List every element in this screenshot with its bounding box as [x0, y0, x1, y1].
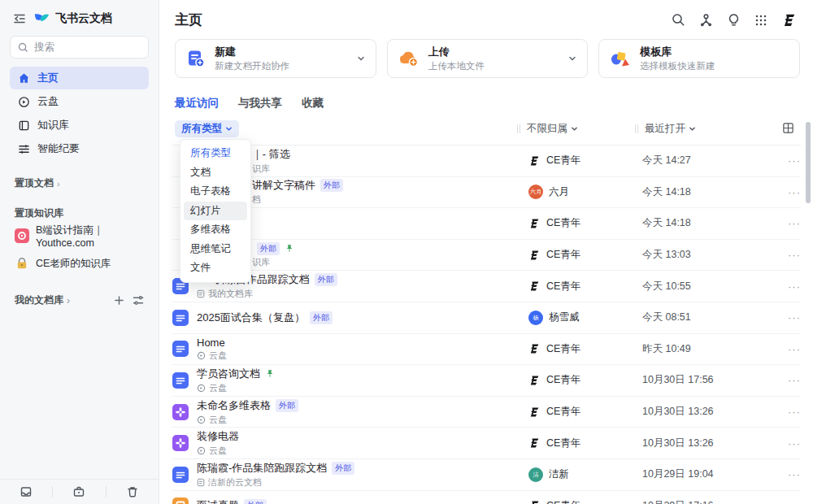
owner-name: CE青年	[546, 216, 580, 230]
table-row[interactable]: 陈瑞霞-作品集陪跑跟踪文档外部洁新的云文档洁洁新10月29日 19:04···	[172, 459, 801, 491]
table-row[interactable]: ｜- 筛选识库CE青年今天 14:27···	[172, 146, 801, 177]
vertical-scrollbar[interactable]	[806, 122, 811, 203]
offline-files-button[interactable]	[0, 485, 52, 498]
file-title-line: ｜- 筛选	[252, 147, 528, 162]
share-invite-icon[interactable]	[699, 13, 713, 27]
sidebar-pinned-item[interactable]: B端设计指南｜Youthce.com	[10, 224, 149, 248]
table-row[interactable]: XX-训练营作品跟踪文档外部我的文档库CE青年今天 10:55···	[172, 271, 801, 302]
row-more-button[interactable]: ···	[778, 343, 801, 355]
my-library-label: 我的文档库	[15, 293, 63, 307]
drive-icon	[17, 95, 30, 108]
dropdown-item[interactable]: 文档	[184, 163, 247, 183]
row-more-button[interactable]: ···	[778, 217, 801, 229]
card-title: 模板库	[640, 45, 715, 59]
dropdown-item[interactable]: 幻灯片	[184, 202, 247, 221]
file-location: 洁新的云文档	[197, 476, 528, 489]
wiki-icon	[17, 119, 30, 132]
table-row[interactable]: 装修电器云盘CE青年10月30日 13:26···	[172, 428, 801, 459]
owner-avatar	[528, 437, 541, 449]
pin-icon	[265, 369, 275, 379]
row-more-button[interactable]: ···	[778, 186, 801, 198]
last-opened-time: 10月29日 17:16	[642, 499, 778, 504]
dropdown-item[interactable]: 电子表格	[184, 182, 247, 202]
drive-small-icon	[197, 446, 206, 455]
user-avatar[interactable]	[781, 13, 798, 28]
row-more-button[interactable]: ···	[778, 311, 801, 324]
row-more-button[interactable]: ···	[778, 154, 801, 167]
templates-icon	[610, 49, 631, 68]
content-tabs: 最近访问与我共享收藏	[159, 78, 813, 111]
table-row[interactable]: 未命名多维表格外部云盘CE青年10月30日 13:26···	[172, 397, 801, 428]
table-row[interactable]: 外部识库CE青年今天 13:03···	[172, 240, 801, 272]
card-subtitle: 选择模板快速新建	[640, 60, 715, 72]
table-row[interactable]: 面试真题外部CE青年10月29日 17:16···	[172, 491, 801, 504]
column-divider	[517, 124, 518, 133]
search-input[interactable]	[34, 41, 132, 53]
dropdown-item[interactable]: 文件	[184, 259, 247, 278]
app-logo: 飞书云文档	[33, 11, 112, 26]
file-title-line: 讲解文字稿件外部	[252, 178, 528, 193]
chevron-down-icon	[689, 125, 696, 133]
tab-收藏[interactable]: 收藏	[302, 96, 324, 111]
lightbulb-icon[interactable]	[727, 13, 741, 27]
owner-avatar	[528, 218, 541, 229]
table-row[interactable]: CE青年今天 14:18···	[172, 208, 801, 240]
row-more-button[interactable]: ···	[778, 374, 801, 386]
table-row[interactable]: Home云盘CE青年昨天 10:49···	[172, 334, 801, 366]
owner-filter-button[interactable]: 不限归属	[527, 122, 578, 136]
owner-cell: CE青年	[528, 216, 642, 230]
doc-icon	[172, 372, 189, 389]
owner-name: 六月	[549, 185, 569, 199]
grid-view-toggle-icon[interactable]	[782, 122, 794, 137]
file-title: 学员咨询文档	[197, 367, 260, 381]
filter-bar: 所有类型 不限归属 最近打开	[175, 120, 801, 138]
trash-button[interactable]	[107, 485, 159, 498]
dropdown-item[interactable]: 所有类型	[184, 144, 247, 163]
row-more-button[interactable]: ···	[778, 468, 801, 480]
column-divider	[635, 124, 636, 133]
sidebar-item-drive[interactable]: 云盘	[10, 90, 149, 113]
type-filter-button[interactable]: 所有类型	[175, 120, 239, 137]
row-more-button[interactable]: ···	[778, 406, 801, 418]
row-more-button[interactable]: ···	[778, 500, 801, 504]
sidebar-item-wiki[interactable]: 知识库	[10, 114, 149, 137]
card-upload[interactable]: 上传上传本地文件	[387, 39, 589, 78]
owner-cell: CE青年	[528, 405, 642, 419]
last-opened-time: 今天 14:18	[642, 185, 778, 199]
file-title-line: 2025面试合集（复盘）外部	[197, 311, 528, 325]
sidebar-item-home[interactable]: 主页	[10, 67, 149, 89]
guide-icon	[15, 228, 29, 243]
search-icon[interactable]	[672, 13, 685, 27]
pin-icon	[285, 244, 294, 254]
library-list-settings-icon[interactable]	[133, 295, 144, 306]
table-row[interactable]: 讲解文字稿件外部档六月六月今天 14:18···	[172, 177, 801, 209]
app-grid-icon[interactable]	[754, 14, 767, 27]
table-row[interactable]: 2025面试合集（复盘）外部杨杨雪威今天 08:51···	[172, 302, 801, 334]
dropdown-item[interactable]: 多维表格	[184, 220, 247, 240]
sidebar-pinned-item[interactable]: CE老师的知识库	[10, 251, 149, 276]
owner-name: CE青年	[546, 499, 580, 504]
file-title-line: 面试真题外部	[197, 498, 528, 504]
my-library-section[interactable]: 我的文档库 ›	[10, 293, 149, 307]
tab-与我共享[interactable]: 与我共享	[238, 96, 282, 111]
card-new[interactable]: 新建新建文档开始协作	[175, 39, 376, 78]
chevron-down-icon[interactable]	[357, 53, 365, 65]
chevron-down-icon[interactable]	[568, 53, 576, 65]
pinned-docs-section[interactable]: 置顶文档 ›	[10, 176, 149, 190]
collapse-sidebar-icon[interactable]	[13, 12, 26, 25]
dropdown-item[interactable]: 思维笔记	[184, 240, 247, 259]
file-location: 云盘	[197, 350, 528, 362]
table-row[interactable]: 学员咨询文档云盘CE青年10月30日 17:56···	[172, 365, 801, 397]
row-more-button[interactable]: ···	[778, 249, 801, 261]
sidebar-item-minutes[interactable]: 智能纪要	[10, 137, 149, 160]
tab-最近访问[interactable]: 最近访问	[175, 96, 219, 111]
sidebar-search[interactable]	[10, 36, 149, 59]
card-text: 模板库选择模板快速新建	[640, 45, 715, 72]
card-templates[interactable]: 模板库选择模板快速新建	[598, 39, 800, 78]
add-library-button[interactable]	[114, 295, 124, 306]
row-more-button[interactable]: ···	[778, 437, 801, 450]
sort-filter-button[interactable]: 最近打开	[645, 122, 696, 136]
workbench-button[interactable]	[53, 485, 105, 498]
card-subtitle: 上传本地文件	[428, 60, 485, 72]
row-more-button[interactable]: ···	[778, 280, 801, 293]
